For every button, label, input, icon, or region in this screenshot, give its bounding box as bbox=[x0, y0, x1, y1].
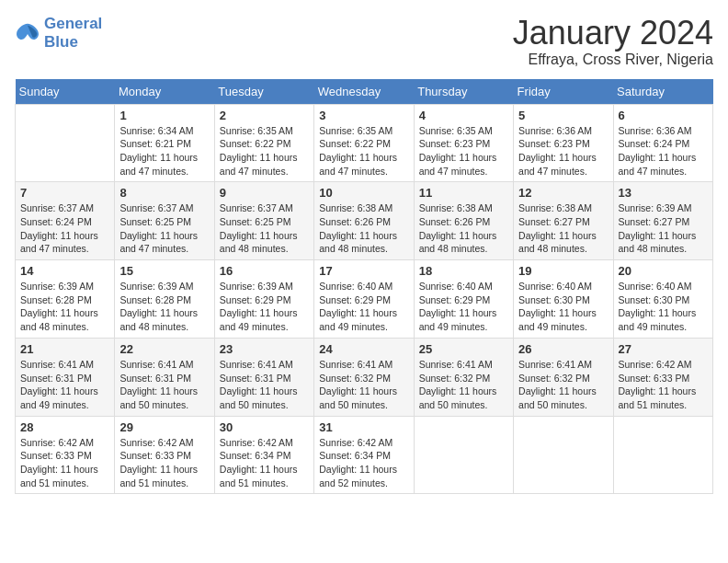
day-number: 13 bbox=[619, 186, 708, 200]
calendar-cell: 15Sunrise: 6:39 AM Sunset: 6:28 PM Dayli… bbox=[115, 260, 214, 339]
calendar-cell: 26Sunrise: 6:41 AM Sunset: 6:32 PM Dayli… bbox=[514, 338, 613, 416]
day-number: 18 bbox=[419, 264, 508, 278]
calendar-week-row: 1Sunrise: 6:34 AM Sunset: 6:21 PM Daylig… bbox=[16, 104, 713, 182]
calendar-table: SundayMondayTuesdayWednesdayThursdayFrid… bbox=[15, 79, 713, 495]
day-number: 27 bbox=[619, 342, 708, 356]
day-number: 4 bbox=[419, 109, 508, 122]
calendar-title: January 2024 bbox=[513, 15, 713, 52]
calendar-cell: 8Sunrise: 6:37 AM Sunset: 6:25 PM Daylig… bbox=[115, 182, 214, 260]
day-info: Sunrise: 6:42 AM Sunset: 6:33 PM Dayligh… bbox=[119, 436, 209, 490]
day-number: 9 bbox=[220, 186, 309, 200]
day-info: Sunrise: 6:39 AM Sunset: 6:27 PM Dayligh… bbox=[619, 201, 708, 256]
day-info: Sunrise: 6:37 AM Sunset: 6:25 PM Dayligh… bbox=[119, 201, 209, 256]
calendar-cell: 18Sunrise: 6:40 AM Sunset: 6:29 PM Dayli… bbox=[414, 260, 513, 339]
calendar-cell: 31Sunrise: 6:42 AM Sunset: 6:34 PM Dayli… bbox=[314, 416, 414, 494]
calendar-cell: 27Sunrise: 6:42 AM Sunset: 6:33 PM Dayli… bbox=[613, 338, 712, 416]
calendar-week-row: 28Sunrise: 6:42 AM Sunset: 6:33 PM Dayli… bbox=[16, 416, 713, 494]
day-number: 31 bbox=[319, 420, 408, 434]
day-info: Sunrise: 6:36 AM Sunset: 6:23 PM Dayligh… bbox=[518, 124, 608, 178]
weekday-header-row: SundayMondayTuesdayWednesdayThursdayFrid… bbox=[16, 79, 713, 105]
calendar-cell bbox=[414, 416, 513, 494]
calendar-week-row: 14Sunrise: 6:39 AM Sunset: 6:28 PM Dayli… bbox=[16, 260, 713, 339]
day-info: Sunrise: 6:41 AM Sunset: 6:31 PM Dayligh… bbox=[20, 358, 109, 412]
day-number: 6 bbox=[619, 109, 708, 122]
calendar-cell: 2Sunrise: 6:35 AM Sunset: 6:22 PM Daylig… bbox=[214, 104, 313, 182]
day-number: 20 bbox=[619, 264, 708, 278]
calendar-week-row: 7Sunrise: 6:37 AM Sunset: 6:24 PM Daylig… bbox=[16, 182, 713, 260]
calendar-cell: 16Sunrise: 6:39 AM Sunset: 6:29 PM Dayli… bbox=[214, 260, 313, 339]
title-area: January 2024 Effraya, Cross River, Niger… bbox=[513, 15, 713, 68]
day-info: Sunrise: 6:42 AM Sunset: 6:34 PM Dayligh… bbox=[220, 436, 309, 490]
calendar-cell: 6Sunrise: 6:36 AM Sunset: 6:24 PM Daylig… bbox=[613, 104, 712, 182]
day-number: 24 bbox=[319, 342, 408, 356]
day-info: Sunrise: 6:39 AM Sunset: 6:28 PM Dayligh… bbox=[20, 280, 109, 334]
calendar-cell: 4Sunrise: 6:35 AM Sunset: 6:23 PM Daylig… bbox=[414, 104, 513, 182]
calendar-cell: 1Sunrise: 6:34 AM Sunset: 6:21 PM Daylig… bbox=[115, 104, 214, 182]
day-number: 5 bbox=[518, 109, 608, 122]
logo-bird-icon bbox=[15, 22, 40, 44]
calendar-cell: 24Sunrise: 6:41 AM Sunset: 6:32 PM Dayli… bbox=[314, 338, 414, 416]
day-info: Sunrise: 6:35 AM Sunset: 6:23 PM Dayligh… bbox=[419, 124, 508, 178]
day-number: 26 bbox=[518, 342, 608, 356]
day-info: Sunrise: 6:42 AM Sunset: 6:34 PM Dayligh… bbox=[319, 436, 408, 490]
calendar-week-row: 21Sunrise: 6:41 AM Sunset: 6:31 PM Dayli… bbox=[16, 338, 713, 416]
day-number: 19 bbox=[518, 264, 608, 278]
weekday-header: Sunday bbox=[16, 79, 115, 105]
day-info: Sunrise: 6:35 AM Sunset: 6:22 PM Dayligh… bbox=[319, 124, 408, 178]
day-info: Sunrise: 6:39 AM Sunset: 6:28 PM Dayligh… bbox=[119, 280, 209, 334]
calendar-cell: 28Sunrise: 6:42 AM Sunset: 6:33 PM Dayli… bbox=[16, 416, 115, 494]
calendar-cell: 20Sunrise: 6:40 AM Sunset: 6:30 PM Dayli… bbox=[613, 260, 712, 339]
calendar-cell: 23Sunrise: 6:41 AM Sunset: 6:31 PM Dayli… bbox=[214, 338, 313, 416]
calendar-cell bbox=[613, 416, 712, 494]
day-number: 1 bbox=[119, 109, 209, 122]
day-info: Sunrise: 6:41 AM Sunset: 6:32 PM Dayligh… bbox=[419, 358, 508, 412]
day-number: 10 bbox=[319, 186, 408, 200]
day-info: Sunrise: 6:41 AM Sunset: 6:31 PM Dayligh… bbox=[119, 358, 209, 412]
calendar-cell: 14Sunrise: 6:39 AM Sunset: 6:28 PM Dayli… bbox=[16, 260, 115, 339]
day-info: Sunrise: 6:35 AM Sunset: 6:22 PM Dayligh… bbox=[220, 124, 309, 178]
logo-text: General Blue bbox=[44, 15, 102, 51]
day-info: Sunrise: 6:40 AM Sunset: 6:29 PM Dayligh… bbox=[419, 280, 508, 334]
day-number: 3 bbox=[319, 109, 408, 122]
weekday-header: Friday bbox=[514, 79, 613, 105]
day-number: 25 bbox=[419, 342, 508, 356]
day-info: Sunrise: 6:38 AM Sunset: 6:27 PM Dayligh… bbox=[518, 201, 608, 256]
weekday-header: Thursday bbox=[414, 79, 513, 105]
calendar-cell: 10Sunrise: 6:38 AM Sunset: 6:26 PM Dayli… bbox=[314, 182, 414, 260]
weekday-header: Monday bbox=[115, 79, 214, 105]
day-number: 21 bbox=[20, 342, 109, 356]
calendar-cell: 7Sunrise: 6:37 AM Sunset: 6:24 PM Daylig… bbox=[16, 182, 115, 260]
day-number: 17 bbox=[319, 264, 408, 278]
day-info: Sunrise: 6:38 AM Sunset: 6:26 PM Dayligh… bbox=[419, 201, 508, 256]
day-info: Sunrise: 6:39 AM Sunset: 6:29 PM Dayligh… bbox=[220, 280, 309, 334]
calendar-cell: 21Sunrise: 6:41 AM Sunset: 6:31 PM Dayli… bbox=[16, 338, 115, 416]
day-info: Sunrise: 6:41 AM Sunset: 6:32 PM Dayligh… bbox=[518, 358, 608, 412]
day-number: 12 bbox=[518, 186, 608, 200]
calendar-cell: 25Sunrise: 6:41 AM Sunset: 6:32 PM Dayli… bbox=[414, 338, 513, 416]
day-number: 7 bbox=[20, 186, 109, 200]
day-number: 28 bbox=[20, 420, 109, 434]
day-number: 14 bbox=[20, 264, 109, 278]
calendar-cell: 29Sunrise: 6:42 AM Sunset: 6:33 PM Dayli… bbox=[115, 416, 214, 494]
day-number: 15 bbox=[119, 264, 209, 278]
calendar-cell: 30Sunrise: 6:42 AM Sunset: 6:34 PM Dayli… bbox=[214, 416, 313, 494]
weekday-header: Tuesday bbox=[214, 79, 313, 105]
day-info: Sunrise: 6:37 AM Sunset: 6:24 PM Dayligh… bbox=[20, 201, 109, 256]
day-info: Sunrise: 6:38 AM Sunset: 6:26 PM Dayligh… bbox=[319, 201, 408, 256]
calendar-cell: 5Sunrise: 6:36 AM Sunset: 6:23 PM Daylig… bbox=[514, 104, 613, 182]
weekday-header: Saturday bbox=[613, 79, 712, 105]
logo: General Blue bbox=[15, 15, 102, 51]
calendar-subtitle: Effraya, Cross River, Nigeria bbox=[513, 52, 713, 68]
calendar-cell: 17Sunrise: 6:40 AM Sunset: 6:29 PM Dayli… bbox=[314, 260, 414, 339]
day-number: 30 bbox=[220, 420, 309, 434]
day-info: Sunrise: 6:40 AM Sunset: 6:30 PM Dayligh… bbox=[619, 280, 708, 334]
day-number: 2 bbox=[220, 109, 309, 122]
calendar-cell bbox=[514, 416, 613, 494]
calendar-cell: 12Sunrise: 6:38 AM Sunset: 6:27 PM Dayli… bbox=[514, 182, 613, 260]
calendar-cell bbox=[16, 104, 115, 182]
calendar-cell: 11Sunrise: 6:38 AM Sunset: 6:26 PM Dayli… bbox=[414, 182, 513, 260]
calendar-cell: 13Sunrise: 6:39 AM Sunset: 6:27 PM Dayli… bbox=[613, 182, 712, 260]
calendar-cell: 9Sunrise: 6:37 AM Sunset: 6:25 PM Daylig… bbox=[214, 182, 313, 260]
day-info: Sunrise: 6:37 AM Sunset: 6:25 PM Dayligh… bbox=[220, 201, 309, 256]
day-number: 8 bbox=[119, 186, 209, 200]
